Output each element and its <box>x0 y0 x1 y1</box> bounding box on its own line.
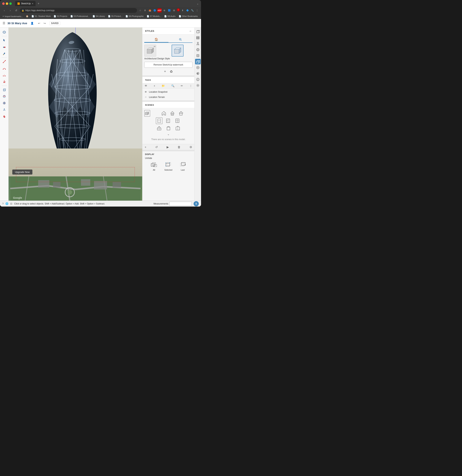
active-tab[interactable]: 🟧 SketchUp ✕ <box>15 1 35 6</box>
styles-add-icon[interactable]: + <box>164 70 166 74</box>
tags-search-icon[interactable]: 🔍 <box>171 84 174 87</box>
unhide-selected-item[interactable]: Selected <box>164 161 172 171</box>
line-tool-button[interactable] <box>1 59 8 65</box>
scene-house-icon-2[interactable] <box>169 110 176 117</box>
scenes-panel-icon[interactable] <box>195 65 201 70</box>
entity-info-panel-icon[interactable] <box>195 29 201 35</box>
bookmark-s3[interactable]: 📄 S3.Professional... <box>69 15 91 18</box>
orbit-tool-button[interactable] <box>1 93 8 100</box>
box-tool-button[interactable] <box>1 86 8 93</box>
scenes-play-icon[interactable]: ▶ <box>167 145 169 149</box>
extension-icon-4[interactable]: ⊕ <box>162 8 166 12</box>
hamburger-menu[interactable]: ☰ <box>3 21 5 25</box>
tag-item-location-snapshot[interactable]: 👁 Location Snapshot <box>142 89 194 94</box>
extension-icon-3[interactable]: ABP <box>157 8 162 12</box>
planes-tool-button[interactable] <box>1 29 8 35</box>
extension-icon-2[interactable]: 🔵 <box>153 8 157 12</box>
eraser-tool-button[interactable] <box>1 44 8 50</box>
styles-recycle-icon[interactable]: ♻ <box>170 70 173 74</box>
select-tool-button[interactable] <box>1 37 8 43</box>
bookmark-s5[interactable]: 📄 S5.Printed... <box>107 15 124 18</box>
fog-panel-icon[interactable] <box>195 71 201 76</box>
style-thumbnail[interactable]: ✏ <box>144 45 156 57</box>
bookmark-import[interactable]: ↩ Import bookmarks... <box>1 15 24 18</box>
bookmark-s2[interactable]: 📄 S2.Projects <box>52 15 68 18</box>
scenes-delete-icon[interactable]: 🗑 <box>178 145 180 149</box>
styles-home-tab[interactable]: 🏠 <box>144 36 169 42</box>
scene-door-icon-1[interactable] <box>164 117 172 124</box>
sketchup-logo[interactable]: S <box>194 201 199 206</box>
scenes-add-icon[interactable]: + <box>145 145 146 149</box>
upgrade-button[interactable]: Upgrade Now <box>12 170 32 175</box>
globe-icon[interactable]: 🌐 <box>5 202 8 205</box>
new-tab-button[interactable]: + <box>36 1 41 6</box>
scenes-settings-icon[interactable]: ⚙ <box>189 145 192 149</box>
maximize-button[interactable] <box>9 2 12 5</box>
push-pull-tool-button[interactable] <box>1 78 8 85</box>
materials-panel-icon[interactable] <box>195 53 201 59</box>
extension-icon-10[interactable]: 🔧 <box>190 8 194 12</box>
tags-eye-icon[interactable]: 👁 <box>145 84 147 87</box>
info-panel-icon[interactable] <box>195 77 201 82</box>
scene-door-icon-2[interactable] <box>174 117 181 124</box>
instructor-panel-icon[interactable] <box>195 41 201 47</box>
bookmark-home[interactable]: 🏠 <box>25 15 30 18</box>
paint-tool-button[interactable] <box>1 51 8 57</box>
refresh-button[interactable]: ↺ <box>14 8 19 13</box>
tags-add-icon[interactable]: + <box>154 84 155 87</box>
bookmark-s8[interactable]: 📄 S8.Audi» <box>163 15 177 18</box>
bookmark-other[interactable]: 📄 Other Bookmarks <box>178 15 199 18</box>
extension-icon-9[interactable]: 🔷 <box>185 8 189 12</box>
scene-house-icon-3[interactable] <box>177 110 185 117</box>
tags-pencil-icon[interactable]: ✏ <box>181 84 183 87</box>
extension-icon-6[interactable]: ⊞ <box>172 8 176 12</box>
url-bar[interactable]: 🔒 https://app.sketchup.com/app <box>20 8 137 13</box>
extension-icon-1[interactable]: 🦊 <box>148 8 152 12</box>
styles-panel-icon[interactable] <box>195 59 201 64</box>
scene-building-icon-1[interactable] <box>155 125 163 132</box>
tags-folder-icon[interactable]: 📁 <box>162 84 165 87</box>
unhide-all-item[interactable]: All <box>150 161 158 171</box>
walk-tool-button[interactable] <box>1 107 8 113</box>
bookmark-s4[interactable]: 📄 S4.Library <box>91 15 106 18</box>
scene-house-icon-1[interactable] <box>160 110 168 117</box>
unhide-last-item[interactable]: Last <box>179 161 187 171</box>
help-icon[interactable]: ? <box>2 202 4 205</box>
minimize-button[interactable] <box>6 2 8 5</box>
hand-tool-button[interactable] <box>1 113 8 120</box>
undo-button[interactable]: ↩ <box>37 21 42 26</box>
close-button[interactable] <box>2 2 5 5</box>
scenes-expand-button[interactable]: ⌄ <box>167 132 170 136</box>
scene-building-icon-2[interactable] <box>165 125 172 132</box>
window-controls[interactable]: ⌄ <box>197 2 199 5</box>
download-icon[interactable]: ⬇ <box>143 8 147 12</box>
extension-icon-7[interactable]: ! <box>177 8 180 11</box>
bookmark-s6[interactable]: 📄 S6.Photographic <box>124 15 145 18</box>
dimension-tool-button[interactable] <box>1 72 8 78</box>
bookmark-s7[interactable]: 📄 S7.Models... <box>145 15 162 18</box>
arc-tool-button[interactable] <box>1 65 8 71</box>
redo-button[interactable]: ↪ <box>42 21 47 26</box>
tools-panel-icon[interactable] <box>195 83 201 88</box>
tag-item-location-terrain[interactable]: 👁 Location Terrain <box>142 94 194 100</box>
tags-more-icon[interactable]: ⋮ <box>189 84 192 87</box>
bookmark-star-icon[interactable]: ☆ <box>138 8 142 12</box>
remove-watermark-button[interactable]: Remove SketchUp watermark <box>144 62 192 68</box>
extension-icon-5[interactable]: 🟦 <box>167 8 171 12</box>
style-edit-icon[interactable]: ✏ <box>154 45 156 48</box>
extension-icon-8[interactable]: ⬇ <box>180 8 185 12</box>
scene-building-icon-3[interactable] <box>174 125 181 132</box>
bookmark-s1[interactable]: 📄 S1. Student Work <box>30 15 52 18</box>
layers-panel-icon[interactable] <box>195 35 201 41</box>
scenes-refresh-icon[interactable]: ↺ <box>155 145 158 149</box>
tab-close-button[interactable]: ✕ <box>32 3 33 5</box>
back-button[interactable]: ‹ <box>2 8 7 13</box>
forward-button[interactable]: › <box>8 8 13 13</box>
look-around-tool-button[interactable] <box>1 100 8 106</box>
menu-icon[interactable]: ⋮ <box>195 8 199 12</box>
user-icon[interactable]: 👤 <box>31 22 34 25</box>
components-panel-icon[interactable] <box>195 47 201 52</box>
canvas-area[interactable]: Google Upgrade Now <box>9 27 142 201</box>
measurements-input[interactable] <box>169 202 192 206</box>
style-current-thumb[interactable] <box>172 45 184 57</box>
